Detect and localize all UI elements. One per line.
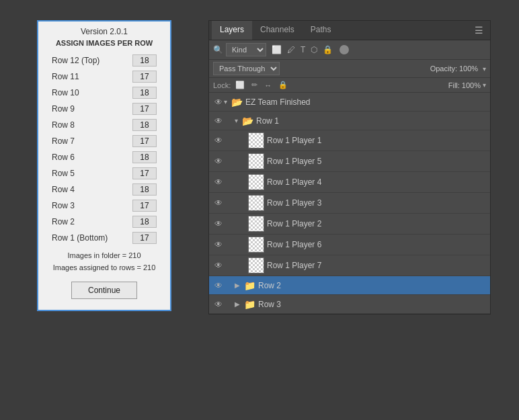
opacity-group: Opacity: 100% ▾ [430,65,486,73]
tab-menu-icon[interactable]: ☰ [471,22,487,38]
eye-icon[interactable]: 👁 [213,156,224,167]
eye-icon[interactable]: 👁 [213,299,224,310]
kind-dropdown[interactable]: Kind [226,43,266,56]
lock-label: Lock: [213,81,231,89]
row-item: Row 1 (Bottom) [38,230,170,246]
continue-button[interactable]: Continue [71,282,137,299]
row-item: Row 6 [38,149,170,165]
layer-thumbnail [248,237,264,253]
layer-thumbnail [248,153,264,169]
layers-list: 👁 ▾ 📂 EZ Team Finished 👁 ▾ 📂 Row 1 👁 Row… [209,93,490,314]
row-label: Row 1 (Bottom) [52,233,108,243]
row-item: Row 8 [38,117,170,133]
row-label: Row 12 (Top) [52,56,99,65]
folder-icon: 📂 [231,97,243,108]
row-value-input[interactable] [132,119,157,131]
row-item: Row 11 [38,69,170,85]
layer-item[interactable]: 👁 Row 1 Player 4 [209,172,490,193]
row-value-input[interactable] [132,232,157,244]
layer-arrow-icon: ▶ [235,282,240,289]
row-item: Row 7 [38,133,170,149]
eye-icon[interactable]: 👁 [213,135,224,146]
row-label: Row 3 [52,201,75,210]
fill-value[interactable]: 100% [462,81,481,89]
row-value-input[interactable] [132,167,157,179]
row-label: Row 9 [52,104,75,114]
row-value-input[interactable] [132,87,157,99]
layer-item[interactable]: 👁 Row 1 Player 5 [209,151,490,172]
lock-bar: Lock: ⬜ ✏ ↔ 🔒 Fill: 100% ▾ [209,78,490,93]
layer-item[interactable]: 👁 Row 1 Player 7 [209,255,490,276]
row-label: Row 4 [52,185,75,194]
layer-item[interactable]: 👁 ▶ 📁 Row 2 [209,276,490,295]
layer-item[interactable]: 👁 Row 1 Player 2 [209,214,490,235]
filter-pixel-icon[interactable]: ⬜ [270,44,283,55]
summary-images-folder: Images in folder = 210 [38,250,170,262]
lock-artboard-button[interactable]: ↔ [262,81,274,90]
tab-channels[interactable]: Channels [252,21,303,40]
lock-all-button[interactable]: 🔒 [276,80,290,90]
layer-item[interactable]: 👁 Row 1 Player 1 [209,130,490,151]
row-value-input[interactable] [132,71,157,83]
row-label: Row 11 [52,72,79,81]
right-panel: LayersChannelsPaths☰ 🔍 Kind ⬜ 🖊 T ⬡ 🔒 Pa… [208,20,491,314]
tab-layers[interactable]: Layers [212,21,252,40]
row-item: Row 12 (Top) [38,52,170,69]
opacity-arrow-icon[interactable]: ▾ [483,65,486,73]
summary-section: Images in folder = 210 Images assigned t… [38,250,170,274]
filter-smart-icon[interactable]: 🔒 [321,44,334,55]
row-value-input[interactable] [132,183,157,196]
folder-icon: 📁 [244,299,255,310]
row-item: Row 5 [38,165,170,181]
row-item: Row 3 [38,198,170,214]
row-value-input[interactable] [132,200,157,212]
layer-item[interactable]: 👁 Row 1 Player 6 [209,235,490,255]
row-item: Row 2 [38,214,170,230]
tabs-bar: LayersChannelsPaths☰ [209,21,490,40]
eye-icon[interactable]: 👁 [213,280,224,291]
layer-item[interactable]: 👁 ▾ 📂 Row 1 [209,112,490,130]
tab-paths[interactable]: Paths [303,21,340,40]
row-label: Row 6 [52,153,75,162]
fill-label: Fill: [448,81,460,89]
lock-position-button[interactable]: ✏ [249,80,260,90]
row-item: Row 9 [38,101,170,117]
folder-icon: 📂 [242,116,253,126]
eye-icon[interactable]: 👁 [213,97,224,108]
eye-icon[interactable]: 👁 [213,116,224,126]
row-value-input[interactable] [132,216,157,228]
fill-group: Fill: 100% ▾ [448,81,486,89]
eye-icon[interactable]: 👁 [213,239,224,250]
filter-type-icon[interactable]: T [299,44,307,55]
eye-icon[interactable]: 👁 [213,177,224,187]
layer-name: Row 2 [258,281,486,290]
row-value-input[interactable] [132,151,157,163]
layer-thumbnail [248,132,264,149]
filter-shape-icon[interactable]: ⬡ [309,44,319,55]
layer-arrow-icon: ▾ [235,117,238,124]
lock-pixel-button[interactable]: ⬜ [233,80,247,90]
layer-item[interactable]: 👁 ▶ 📁 Row 3 [209,295,490,314]
row-value-input[interactable] [132,135,157,147]
filter-toggle-circle[interactable] [340,45,349,54]
opacity-value[interactable]: 100% [459,65,481,73]
layer-item[interactable]: 👁 ▾ 📂 EZ Team Finished [209,93,490,112]
row-value-input[interactable] [132,54,157,67]
fill-arrow-icon[interactable]: ▾ [483,81,486,89]
layer-name: Row 1 Player 6 [267,240,486,249]
filter-brush-icon[interactable]: 🖊 [286,44,296,55]
search-icon: 🔍 [213,45,223,54]
row-item: Row 4 [38,181,170,198]
filter-icons-row: ⬜ 🖊 T ⬡ 🔒 [270,44,334,55]
layer-item[interactable]: 👁 Row 1 Player 3 [209,193,490,214]
layer-name: Row 1 Player 5 [267,157,486,166]
row-value-input[interactable] [132,103,157,115]
summary-images-rows: Images assigned to rows = 210 [38,262,170,274]
layer-thumbnail [248,195,264,211]
left-panel: Version 2.0.1 ASSIGN IMAGES PER ROW Row … [37,20,171,311]
layer-arrow-icon: ▾ [224,98,227,106]
blend-mode-dropdown[interactable]: Pass Through Normal Multiply [213,62,280,75]
eye-icon[interactable]: 👁 [213,218,224,229]
eye-icon[interactable]: 👁 [213,260,224,271]
eye-icon[interactable]: 👁 [213,198,224,208]
